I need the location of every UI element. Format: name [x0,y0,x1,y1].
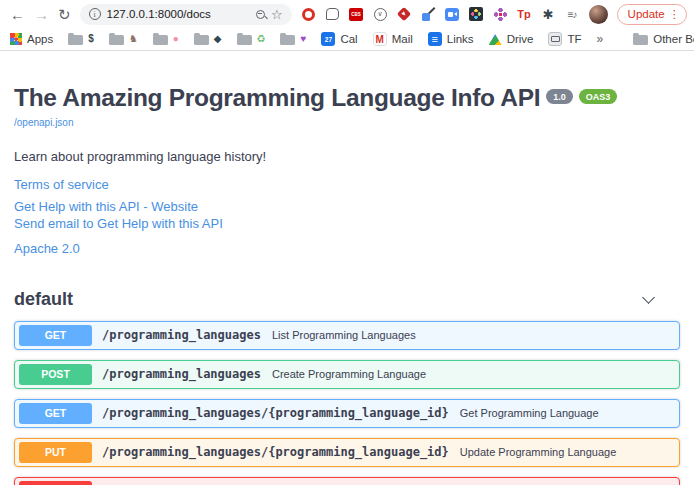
folder-icon [153,35,168,45]
reload-icon[interactable]: ↻ [58,7,71,22]
check-circle-extension-icon[interactable]: ∨ [373,7,388,22]
folder-glyph: ● [173,34,179,44]
bookmark-star-icon[interactable]: ☆ [271,8,283,21]
endpoint-path: /programming_languages [102,328,261,342]
folder-icon [109,35,124,45]
bookmark-drive[interactable]: Drive [489,33,534,45]
bookmark-folder-horse[interactable]: ♞ [109,33,138,45]
page-title: The Amazing Programming Language Info AP… [14,84,540,112]
video-call-glyph [445,8,459,21]
contact-website-link[interactable]: Get Help with this API - Website [14,199,680,216]
endpoint-row-put-update[interactable]: PUT /programming_languages/{programming_… [14,438,680,467]
terms-of-service-link[interactable]: Terms of service [14,177,680,192]
folder-glyph: ♻ [257,34,266,44]
section-header-default[interactable]: default [14,281,680,321]
color-picker-glyph [421,7,435,21]
color-picker-extension-icon[interactable] [421,7,436,22]
red-ring-extension-icon[interactable] [301,7,316,22]
version-badge: 1.0 [546,89,573,104]
title-row: The Amazing Programming Language Info AP… [14,84,680,112]
folder-icon [68,35,83,45]
other-bookmarks-label: Other Bookmarks [653,33,694,45]
folder-icon [194,35,209,45]
zoom-out-icon[interactable] [256,10,265,19]
red-ring-glyph [302,8,315,21]
cbs-extension-icon[interactable]: CBS [349,7,364,22]
bookmark-tf[interactable]: TF [548,32,581,46]
back-icon[interactable]: ← [10,7,25,22]
folder-glyph: $ [88,34,94,44]
dark-flower-glyph [469,7,483,21]
swagger-docs-page: The Amazing Programming Language Info AP… [0,51,694,485]
bookmarks-bar: Apps $ ♞ ● ◆ ♻ ♥ 27 Cal M Mail ≡ Links D… [0,28,694,51]
bookmark-cal[interactable]: 27 Cal [321,32,357,46]
bookmark-folder-brain[interactable]: ● [153,33,179,45]
music-playlist-extension-icon[interactable]: ≡♪ [565,7,580,22]
folder-icon [280,35,295,45]
drive-icon [489,34,502,45]
endpoint-row-get-list[interactable]: GET /programming_languages List Programm… [14,321,680,350]
openapi-spec-link[interactable]: /openapi.json [14,117,74,128]
chevron-down-icon[interactable] [642,291,655,304]
bookmark-links[interactable]: ≡ Links [428,32,474,46]
dark-flower-extension-icon[interactable] [469,7,484,22]
folder-glyph: ♥ [300,34,306,44]
bookmark-folder-purpleheart[interactable]: ♥ [280,33,306,45]
endpoint-path: /programming_languages/{programming_lang… [102,445,449,459]
video-call-extension-icon[interactable] [445,7,460,22]
license-link[interactable]: Apache 2.0 [14,241,680,256]
comment-bubble-extension-icon[interactable] [325,7,340,22]
site-info-icon[interactable]: i [89,8,101,20]
other-bookmarks[interactable]: Other Bookmarks [633,33,694,45]
kebab-menu-icon: ⋮ [669,8,680,21]
comment-bubble-glyph [326,8,339,20]
folder-glyph: ◆ [214,34,222,44]
bookmark-apps[interactable]: Apps [10,33,53,45]
gmail-icon: M [373,32,387,46]
bookmark-folder-gradcap[interactable]: ◆ [194,33,222,45]
method-badge: PUT [19,442,92,463]
purple-flower-extension-icon[interactable] [493,7,508,22]
address-bar[interactable]: i 127.0.0.1:8000/docs ☆ [80,4,292,25]
endpoint-summary: Get Programming Language [460,407,599,419]
bookmark-apps-label: Apps [27,33,53,45]
bookmark-folder-dollar[interactable]: $ [68,33,94,45]
tp-extension-icon[interactable]: Tp [517,7,532,22]
red-diamond-arrow-extension-icon[interactable] [397,7,412,22]
method-badge: GET [19,403,92,424]
bookmark-mail-label: Mail [392,33,413,45]
bookmarks-overflow-icon[interactable]: » [597,32,604,46]
bookmark-mail[interactable]: M Mail [373,32,413,46]
endpoint-row-delete[interactable]: DELETE /programming_languages/{programmi… [14,477,680,485]
api-description: Learn about programming language history… [14,149,680,164]
bookmark-links-label: Links [447,33,474,45]
info-links: Terms of service Get Help with this API … [14,177,680,256]
method-badge: DELETE [19,481,92,485]
calendar-icon: 27 [321,32,335,46]
url-text[interactable]: 127.0.0.1:8000/docs [107,8,250,20]
method-badge: GET [19,325,92,346]
section-title: default [14,289,73,310]
profile-avatar[interactable] [589,5,608,24]
endpoint-row-get-one[interactable]: GET /programming_languages/{programming_… [14,399,680,428]
endpoint-summary: List Programming Languages [272,329,416,341]
contact-email-link[interactable]: Send email to Get Help with this API [14,216,680,233]
bookmark-tf-label: TF [567,33,581,45]
folder-glyph: ♞ [129,34,138,44]
endpoint-summary: Update Programming Language [460,446,617,458]
endpoint-row-post-create[interactable]: POST /programming_languages Create Progr… [14,360,680,389]
update-button-label: Update [628,8,665,20]
oas3-badge: OAS3 [579,89,618,104]
update-button[interactable]: Update ⋮ [617,4,687,25]
browser-toolbar: ← → ↻ i 127.0.0.1:8000/docs ☆ CBS ∨ Tp ✱… [0,0,694,28]
red-diamond-glyph [397,7,411,21]
folder-icon [633,35,648,45]
bookmark-folder-green[interactable]: ♻ [237,33,266,45]
dark-pinwheel-extension-icon[interactable]: ✱ [541,7,556,22]
method-badge: POST [19,364,92,385]
links-icon: ≡ [428,32,442,46]
forward-icon[interactable]: → [34,7,49,22]
endpoint-path: /programming_languages/{programming_lang… [102,406,449,420]
cbs-glyph: CBS [349,8,363,21]
bookmark-cal-label: Cal [340,33,357,45]
